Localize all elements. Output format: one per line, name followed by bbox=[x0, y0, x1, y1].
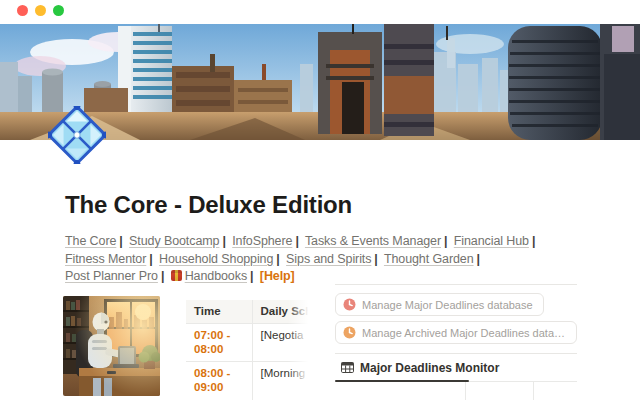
nav-separator: | bbox=[532, 234, 535, 248]
table-header-row: Time Daily Sch bbox=[186, 300, 312, 323]
nav-link-financial-hub[interactable]: Financial Hub bbox=[454, 234, 529, 248]
nav-separator: | bbox=[161, 269, 164, 283]
nav-link-household-shopping[interactable]: Household Shopping bbox=[159, 252, 273, 266]
nav-separator: | bbox=[374, 252, 377, 266]
nav-link-study-bootcamp[interactable]: Study Bootcamp bbox=[129, 234, 219, 248]
tab-major-deadlines-monitor[interactable]: Major Deadlines Monitor bbox=[360, 361, 499, 375]
nav-link-post-planner-pro[interactable]: Post Planner Pro bbox=[65, 269, 158, 283]
divider bbox=[335, 284, 577, 285]
time-cell[interactable]: 08:00 - 09:00 bbox=[186, 361, 252, 400]
nav-separator: | bbox=[222, 234, 225, 248]
nav-separator: | bbox=[295, 234, 298, 248]
manage-archived-major-deadlines-button[interactable]: Manage Archived Major Deadlines databa..… bbox=[335, 321, 577, 344]
table-row: 08:00 - 09:00 [Morning bbox=[186, 361, 312, 400]
manage-major-deadlines-button[interactable]: Manage Major Deadlines database bbox=[335, 293, 544, 316]
nav-link-help[interactable]: [Help] bbox=[260, 269, 295, 283]
nav-separator: | bbox=[276, 252, 279, 266]
close-window-button[interactable] bbox=[17, 5, 28, 16]
button-label: Manage Archived Major Deadlines databa..… bbox=[362, 327, 566, 339]
page-icon-gem[interactable] bbox=[48, 106, 106, 164]
nav-link-tasks-events-manager[interactable]: Tasks & Events Manager bbox=[305, 234, 441, 248]
button-label: Manage Major Deadlines database bbox=[362, 299, 533, 311]
column-header-daily-schedule[interactable]: Daily Sch bbox=[252, 300, 312, 323]
column-divider bbox=[533, 382, 534, 400]
nav-link-handbooks[interactable]: Handbooks bbox=[171, 269, 247, 283]
deadlines-table-fragment bbox=[335, 382, 577, 400]
nav-separator: | bbox=[477, 252, 480, 266]
activity-cell[interactable]: [Negotia bbox=[252, 323, 312, 361]
notion-window: The Core - Deluxe Edition The Core| Stud… bbox=[0, 0, 640, 400]
nav-link-sips-and-spirits[interactable]: Sips and Spirits bbox=[286, 252, 371, 266]
clock-icon bbox=[343, 326, 356, 339]
nav-separator: | bbox=[119, 234, 122, 248]
nav-separator: | bbox=[444, 234, 447, 248]
activity-cell[interactable]: [Morning bbox=[252, 361, 312, 400]
clock-icon bbox=[343, 298, 356, 311]
robot-photo[interactable] bbox=[63, 296, 160, 396]
page-title: The Core - Deluxe Edition bbox=[65, 191, 352, 219]
zoom-window-button[interactable] bbox=[53, 5, 64, 16]
nav-separator: | bbox=[149, 252, 152, 266]
nav-separator: | bbox=[250, 269, 253, 283]
deadlines-view-tabbar: Major Deadlines Monitor bbox=[335, 354, 577, 382]
daily-schedule-table: Time Daily Sch 07:00 - 08:00 [Negotia 08… bbox=[186, 300, 312, 400]
nav-link-fitness-mentor[interactable]: Fitness Mentor bbox=[65, 252, 146, 266]
table-row: 07:00 - 08:00 [Negotia bbox=[186, 323, 312, 361]
nav-link-infosphere[interactable]: InfoSphere bbox=[232, 234, 292, 248]
column-divider bbox=[465, 382, 466, 400]
window-titlebar bbox=[0, 0, 640, 24]
nav-link-the-core[interactable]: The Core bbox=[65, 234, 116, 248]
column-header-time[interactable]: Time bbox=[186, 300, 252, 323]
quick-nav: The Core| Study Bootcamp| InfoSphere| Ta… bbox=[65, 233, 583, 286]
gift-icon bbox=[171, 270, 182, 281]
nav-link-thought-garden[interactable]: Thought Garden bbox=[384, 252, 474, 266]
time-cell[interactable]: 07:00 - 08:00 bbox=[186, 323, 252, 361]
table-icon bbox=[341, 362, 354, 373]
minimize-window-button[interactable] bbox=[35, 5, 46, 16]
right-column: Manage Major Deadlines database Manage A… bbox=[335, 284, 577, 400]
nav-link-label: Handbooks bbox=[185, 269, 247, 283]
